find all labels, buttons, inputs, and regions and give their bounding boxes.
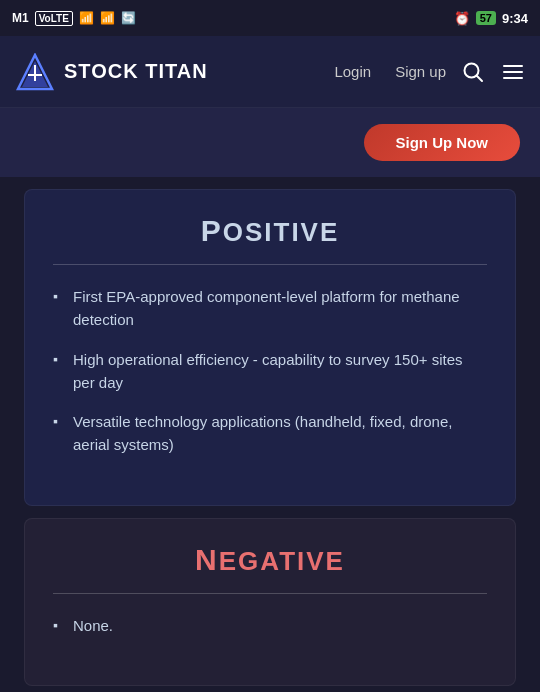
negative-divider [53, 593, 487, 594]
alarm-icon: ⏰ [454, 11, 470, 26]
navbar: STOCK TITAN Login Sign up [0, 36, 540, 108]
svg-line-5 [477, 75, 483, 81]
negative-bullet-list: None. [53, 614, 487, 637]
positive-title: POSITIVE [53, 214, 487, 248]
content-area: POSITIVE First EPA-approved component-le… [0, 189, 540, 692]
volte-badge: VoLTE [35, 11, 73, 26]
status-right: ⏰ 57 9:34 [454, 11, 528, 26]
hamburger-icon [502, 61, 524, 83]
positive-title-rest: OSITIVE [223, 217, 340, 247]
logo-area: STOCK TITAN [16, 53, 334, 91]
list-item: High operational efficiency - capability… [53, 348, 487, 395]
wifi-icon: 📶 [100, 11, 115, 25]
list-item: Versatile technology applications (handh… [53, 410, 487, 457]
nav-icons [462, 61, 524, 83]
negative-title: NEGATIVE [53, 543, 487, 577]
logo-icon [16, 53, 54, 91]
positive-bullet-list: First EPA-approved component-level platf… [53, 285, 487, 457]
nav-links: Login Sign up [334, 63, 446, 80]
status-bar: M1 VoLTE 📶 📶 🔄 ⏰ 57 9:34 [0, 0, 540, 36]
battery-indicator: 57 [476, 11, 496, 25]
positive-title-prefix: P [201, 214, 223, 247]
positive-divider [53, 264, 487, 265]
extra-icon: 🔄 [121, 11, 136, 25]
signup-link[interactable]: Sign up [395, 63, 446, 80]
menu-button[interactable] [502, 61, 524, 83]
negative-title-rest: EGATIVE [219, 546, 345, 576]
positive-section: POSITIVE First EPA-approved component-le… [24, 189, 516, 506]
negative-section: NEGATIVE None. [24, 518, 516, 686]
list-item: None. [53, 614, 487, 637]
top-row: Sign Up Now [0, 108, 540, 177]
search-icon [462, 61, 484, 83]
signal-icon: 📶 [79, 11, 94, 25]
time-label: 9:34 [502, 11, 528, 26]
logo-text: STOCK TITAN [64, 60, 208, 83]
list-item: First EPA-approved component-level platf… [53, 285, 487, 332]
signup-cta-button[interactable]: Sign Up Now [364, 124, 521, 161]
status-left: M1 VoLTE 📶 📶 🔄 [12, 11, 136, 26]
login-link[interactable]: Login [334, 63, 371, 80]
carrier-label: M1 [12, 11, 29, 25]
negative-title-prefix: N [195, 543, 219, 576]
search-button[interactable] [462, 61, 484, 83]
